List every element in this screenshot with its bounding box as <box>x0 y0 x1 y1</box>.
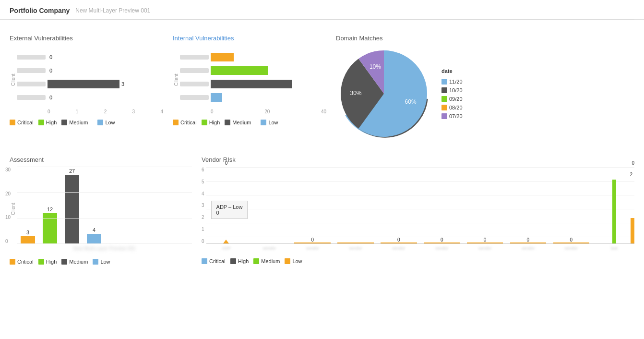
vendor-legend-low: Low <box>285 258 302 264</box>
vendor-legend: Critical High Medium Low <box>202 258 634 264</box>
ext-legend: Critical High Medium Low <box>10 119 163 126</box>
vendor-risk-panel: Vendor RIsk 6 5 4 3 2 1 0 <box>202 156 634 265</box>
external-vuln-chart: Client 0 0 <box>10 46 163 114</box>
int-chart-inner: 0 20 40 <box>180 46 326 114</box>
ext-bars: 0 0 3 <box>17 46 163 109</box>
vendor-last-medium-bar <box>612 180 616 243</box>
int-legend-low: Low <box>261 119 278 126</box>
low-color-box <box>97 120 103 125</box>
svg-text:60%: 60% <box>405 98 417 105</box>
int-legend: Critical High Medium Low <box>173 119 326 126</box>
ext-x-axis: 0 1 2 3 4 <box>17 109 163 114</box>
ext-bar-high: 0 <box>17 66 163 75</box>
internal-vuln-panel: Internal Vulnerabilities Client <box>173 35 326 142</box>
vendor-legend-high: High <box>230 258 249 264</box>
int-legend-medium: Medium <box>225 119 251 126</box>
vendor-adp-val: 0 <box>225 160 228 166</box>
assess-gridlines <box>17 167 192 244</box>
ext-val-low: 0 <box>49 95 52 100</box>
assessment-chart-outer: Client 30 20 <box>10 167 192 251</box>
vendor-last-low-bar <box>631 218 634 243</box>
pie-legend-0920: 09/20 <box>441 96 463 102</box>
ext-val-high: 0 <box>49 68 52 73</box>
domain-matches-title: Domain Matches <box>336 35 634 42</box>
assess-legend-critical: Critical <box>10 259 34 265</box>
high-color-box <box>38 120 44 125</box>
ext-legend-medium: Medium <box>61 119 88 126</box>
vendor-adp-triangle <box>223 240 229 243</box>
vendor-risk-title: Vendor RIsk <box>202 156 634 163</box>
int-bar-low <box>180 93 326 102</box>
top-row: External Vulnerabilities Client 0 <box>10 35 634 142</box>
assess-legend-medium: Medium <box>61 259 88 265</box>
vendor-last-val: 0 <box>632 160 634 166</box>
assess-legend: Critical High Medium Low <box>10 259 192 265</box>
assess-x-label-blurred: New Multi-Layer Preview 001 <box>17 246 192 251</box>
int-bars <box>180 46 326 109</box>
int-y-label: Client <box>173 46 180 114</box>
assess-legend-low: Low <box>93 259 110 265</box>
page-title: Portfolio Company <box>10 7 70 14</box>
vendor-tooltip: ADP – Low 0 <box>211 201 248 219</box>
pie-legend: date 11/20 10/20 09/20 <box>441 68 463 119</box>
vendor-tooltip-value: 0 <box>216 210 243 216</box>
pie-legend-0720: 07/20 <box>441 113 463 119</box>
assess-legend-high: High <box>38 259 57 265</box>
domain-matches-panel: Domain Matches 60%30%10% date <box>336 35 634 142</box>
int-legend-critical: Critical <box>173 119 197 126</box>
dashboard: External Vulnerabilities Client 0 <box>0 25 644 289</box>
pie-legend-0820: 08/20 <box>441 105 463 110</box>
ext-y-label: Client <box>10 46 17 114</box>
assess-chart-area: 30 20 10 0 3 <box>17 167 192 244</box>
ext-val-medium: 3 <box>121 81 124 87</box>
pie-section: 60%30%10% date 11/20 10/20 09/20 <box>336 46 634 142</box>
assess-y-ticks: 30 20 10 0 <box>5 167 11 244</box>
assess-chart-inner: 30 20 10 0 3 <box>17 167 192 251</box>
bottom-row: Assessment Client <box>10 156 634 265</box>
vendor-y-ticks: 6 5 4 3 2 1 0 <box>202 167 206 244</box>
assess-y-label: Client <box>10 167 17 251</box>
vendor-legend-critical: Critical <box>202 258 226 264</box>
vendor-risk-chart-outer: 6 5 4 3 2 1 0 <box>202 167 634 251</box>
ext-legend-low: Low <box>97 119 115 126</box>
ext-legend-critical: Critical <box>10 119 34 126</box>
vendor-chart-area: 0 0 <box>206 167 634 251</box>
external-vuln-title: External Vulnerabilities <box>10 35 163 42</box>
vendor-col-last: 0 2 <box>594 167 634 243</box>
ext-bar-critical: 0 <box>17 53 163 61</box>
critical-color-box <box>10 120 15 125</box>
int-legend-high: High <box>202 119 220 126</box>
vendor-last-val2: 2 <box>630 172 632 177</box>
vendor-tooltip-label: ADP – Low <box>216 204 243 210</box>
ext-chart-inner: 0 0 3 <box>17 46 163 114</box>
pie-chart-rendered: 60%30%10% <box>336 46 432 142</box>
pie-legend-1120: 11/20 <box>441 79 463 85</box>
internal-vuln-title: Internal Vulnerabilities <box>173 35 326 42</box>
ext-bar-low: 0 <box>17 93 163 102</box>
ext-val-critical: 0 <box>49 54 52 60</box>
internal-vuln-chart: Client <box>173 46 326 114</box>
pie-legend-title: date <box>441 68 463 74</box>
page-header: Portfolio Company New Multi-Layer Previe… <box>0 0 644 20</box>
medium-color-box <box>61 120 67 125</box>
pie-chart: 60%30%10% <box>336 46 432 142</box>
vendor-legend-medium: Medium <box>253 258 280 264</box>
svg-text:30%: 30% <box>350 90 361 97</box>
assessment-title: Assessment <box>10 156 192 163</box>
int-bar-medium <box>180 80 326 88</box>
svg-text:10%: 10% <box>370 63 381 70</box>
int-bar-high <box>180 66 326 75</box>
header-divider <box>10 20 634 20</box>
ext-legend-high: High <box>38 119 57 126</box>
vendor-gridlines <box>206 167 634 251</box>
int-bar-critical <box>180 53 326 61</box>
external-vuln-panel: External Vulnerabilities Client 0 <box>10 35 163 142</box>
ext-bar-medium: 3 <box>17 80 163 88</box>
assessment-panel: Assessment Client <box>10 156 192 265</box>
pie-legend-1020: 10/20 <box>441 87 463 93</box>
page-subtitle: New Multi-Layer Preview 001 <box>75 7 150 14</box>
int-x-axis: 0 20 40 <box>180 109 326 114</box>
